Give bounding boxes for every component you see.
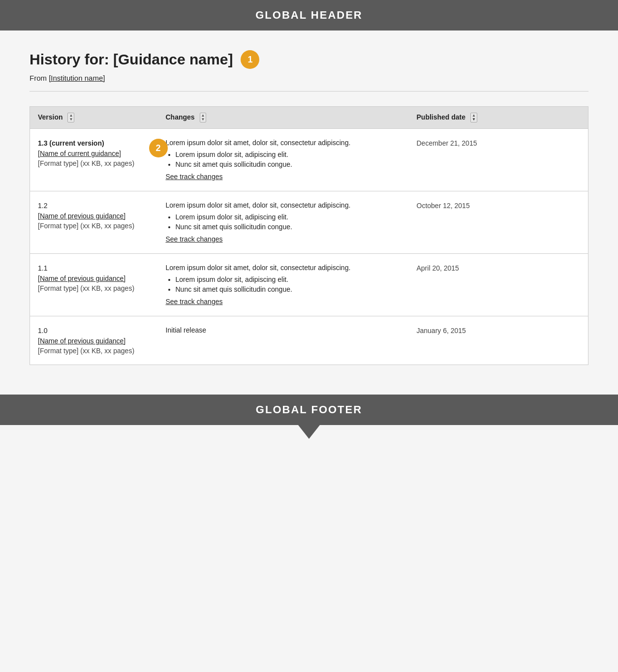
version-cell-0: 1.3 (current version)[Name of current gu… — [30, 129, 158, 191]
changes-cell-3: Initial release — [158, 316, 409, 365]
changes-cell-1: Lorem ipsum dolor sit amet, dolor sit, c… — [158, 191, 409, 254]
version-cell-2: 1.1[Name of previous guidance][Format ty… — [30, 254, 158, 316]
see-track-changes-2[interactable]: See track changes — [166, 298, 223, 305]
version-link-3[interactable]: [Name of previous guidance] — [38, 337, 150, 345]
footer-arrow-down — [298, 425, 320, 439]
see-track-changes-0[interactable]: See track changes — [166, 173, 223, 181]
table-row: 1.3 (current version)[Name of current gu… — [30, 129, 588, 191]
changes-bullet-1-0: Lorem ipsum dolor sit, adipiscing elit. — [176, 213, 401, 221]
version-cell-3: 1.0[Name of previous guidance][Format ty… — [30, 316, 158, 365]
badge-1: 1 — [241, 50, 259, 69]
changes-list-0: Lorem ipsum dolor sit, adipiscing elit.N… — [176, 151, 401, 168]
changes-main-2: Lorem ipsum dolor sit amet, dolor sit, c… — [166, 264, 401, 272]
pub-date-3: January 6, 2015 — [417, 327, 466, 335]
table-row: 1.0[Name of previous guidance][Format ty… — [30, 316, 588, 365]
global-header: GLOBAL HEADER — [0, 0, 618, 31]
changes-bullet-2-0: Lorem ipsum dolor sit, adipiscing elit. — [176, 275, 401, 283]
version-format-0: [Format type] (xx KB, xx pages) — [38, 159, 150, 167]
changes-bullet-1-1: Nunc sit amet quis sollicitudin congue. — [176, 223, 401, 231]
sort-arrow-down-3: ▼ — [472, 118, 476, 122]
table-row: 1.2[Name of previous guidance][Format ty… — [30, 191, 588, 254]
history-table: Version ▲ ▼ Changes ▲ ▼ Published date — [30, 106, 588, 365]
date-cell-0: December 21, 2015 — [409, 129, 588, 191]
global-footer-label: GLOBAL FOOTER — [256, 403, 362, 416]
version-number-3: 1.0 — [38, 327, 47, 335]
changes-bullet-2-1: Nunc sit amet quis sollicitudin congue. — [176, 285, 401, 293]
changes-cell-0: Lorem ipsum dolor sit amet, dolor sit, c… — [158, 129, 409, 191]
col-changes-header: Changes ▲ ▼ — [158, 107, 409, 129]
version-format-3: [Format type] (xx KB, xx pages) — [38, 347, 150, 355]
changes-sort-arrows[interactable]: ▲ ▼ — [200, 113, 207, 122]
date-cell-1: October 12, 2015 — [409, 191, 588, 254]
global-footer: GLOBAL FOOTER — [0, 395, 618, 425]
main-content: History for: [Guidance name] 1 From [Ins… — [0, 31, 618, 395]
changes-cell-2: Lorem ipsum dolor sit amet, dolor sit, c… — [158, 254, 409, 316]
version-format-2: [Format type] (xx KB, xx pages) — [38, 284, 150, 292]
date-sort-arrows[interactable]: ▲ ▼ — [470, 113, 477, 122]
date-cell-2: April 20, 2015 — [409, 254, 588, 316]
version-cell-1: 1.2[Name of previous guidance][Format ty… — [30, 191, 158, 254]
version-link-1[interactable]: [Name of previous guidance] — [38, 212, 150, 220]
changes-list-1: Lorem ipsum dolor sit, adipiscing elit.N… — [176, 213, 401, 231]
changes-bullet-0-0: Lorem ipsum dolor sit, adipiscing elit. — [176, 151, 401, 158]
version-link-2[interactable]: [Name of previous guidance] — [38, 275, 150, 282]
badge-2: 2 — [149, 139, 168, 157]
date-cell-3: January 6, 2015 — [409, 316, 588, 365]
changes-main-1: Lorem ipsum dolor sit amet, dolor sit, c… — [166, 201, 401, 209]
version-format-1: [Format type] (xx KB, xx pages) — [38, 222, 150, 230]
subtitle-prefix: From — [30, 74, 49, 82]
page-title-row: History for: [Guidance name] 1 — [30, 50, 588, 69]
version-number-1: 1.2 — [38, 202, 47, 210]
changes-main-0: Lorem ipsum dolor sit amet, dolor sit, c… — [166, 139, 401, 147]
version-number-0: 1.3 (current version) — [38, 139, 104, 147]
version-link-0[interactable]: [Name of current guidance] — [38, 150, 150, 157]
changes-bullet-0-1: Nunc sit amet quis sollicitudin congue. — [176, 160, 401, 168]
table-header-row: Version ▲ ▼ Changes ▲ ▼ Published date — [30, 107, 588, 129]
pub-date-2: April 20, 2015 — [417, 264, 459, 272]
pub-date-0: December 21, 2015 — [417, 139, 477, 147]
pub-date-1: October 12, 2015 — [417, 202, 470, 210]
table-row: 1.1[Name of previous guidance][Format ty… — [30, 254, 588, 316]
version-number-2: 1.1 — [38, 264, 47, 272]
col-date-header: Published date ▲ ▼ — [409, 107, 588, 129]
changes-main-3: Initial release — [166, 326, 401, 334]
sort-arrow-down-2: ▼ — [201, 118, 205, 122]
col-version-header: Version ▲ ▼ — [30, 107, 158, 129]
changes-list-2: Lorem ipsum dolor sit, adipiscing elit.N… — [176, 275, 401, 293]
institution-link[interactable]: [Institution name] — [49, 74, 105, 82]
version-sort-arrows[interactable]: ▲ ▼ — [67, 113, 74, 122]
page-title: History for: [Guidance name] — [30, 51, 233, 68]
sort-arrow-down: ▼ — [69, 118, 73, 122]
global-header-label: GLOBAL HEADER — [255, 9, 363, 21]
see-track-changes-1[interactable]: See track changes — [166, 235, 223, 243]
subtitle-row: From [Institution name] — [30, 74, 588, 92]
